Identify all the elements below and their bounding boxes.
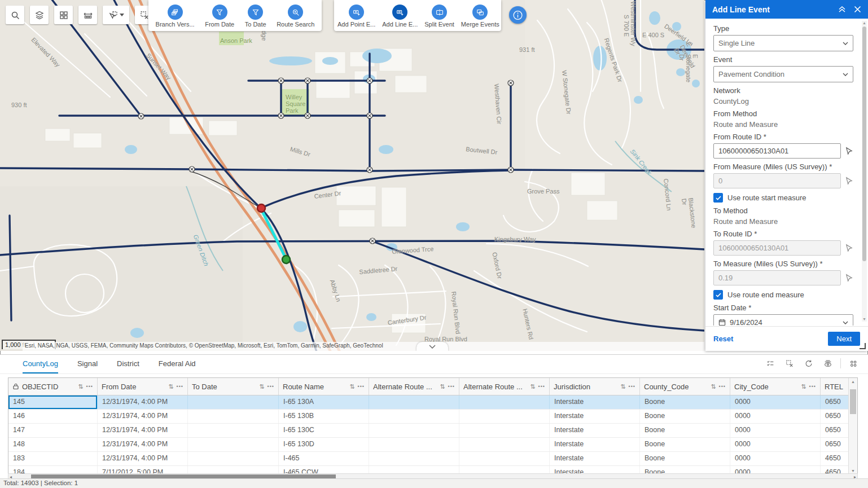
table-row[interactable]: 14512/31/1974, 4:00 PMI-65 130AInterstat… [8, 395, 857, 410]
basemap-gallery-button[interactable] [54, 6, 73, 24]
column-header[interactable]: Alternate Route ...⇅••• [369, 378, 459, 395]
column-header[interactable]: From Date⇅••• [98, 378, 188, 395]
scrollbar-thumb[interactable] [862, 27, 866, 261]
column-menu-icon[interactable]: ••• [629, 384, 635, 389]
table-row[interactable]: 14612/31/1974, 4:00 PMI-65 130BInterstat… [8, 410, 857, 424]
column-header[interactable]: Jurisdiction⇅••• [550, 378, 640, 395]
branch-versions-button[interactable]: Branch Vers... [152, 2, 198, 29]
route-search-button[interactable]: Route Search [273, 2, 318, 29]
panel-resize-handle[interactable] [860, 343, 866, 349]
refresh-button[interactable] [801, 356, 817, 371]
next-button[interactable]: Next [828, 332, 860, 346]
table-cell[interactable]: 12/31/1974, 4:00 PM [98, 452, 188, 465]
table-row[interactable]: 18312/31/1974, 4:00 PMI-465InterstateBoo… [8, 452, 857, 466]
table-row[interactable]: 14712/31/1974, 4:00 PMI-65 130CInterstat… [8, 424, 857, 438]
table-cell[interactable]: 12/31/1974, 4:00 PM [98, 395, 188, 409]
scroll-down-arrow-icon[interactable]: ▼ [862, 317, 867, 322]
select-tool-button[interactable] [103, 6, 129, 24]
column-header[interactable]: To Date⇅••• [188, 378, 279, 395]
fields-grid-button[interactable] [845, 356, 861, 371]
tab-federal-aid[interactable]: Federal Aid [159, 355, 196, 373]
table-cell[interactable] [369, 438, 459, 451]
table-cell[interactable] [188, 424, 279, 437]
column-header[interactable]: OBJECTID⇅••• [8, 378, 98, 395]
table-cell[interactable]: 183 [8, 452, 98, 465]
table-cell[interactable] [369, 452, 459, 465]
to-date-button[interactable]: To Date [242, 2, 270, 29]
sort-icon[interactable]: ⇅ [349, 383, 354, 390]
search-button[interactable] [6, 6, 24, 24]
table-cell[interactable] [188, 410, 279, 423]
table-cell[interactable]: 0000 [730, 424, 821, 437]
table-cell[interactable]: Boone [640, 438, 730, 451]
table-cell[interactable]: 0000 [730, 410, 821, 423]
layers-button[interactable] [30, 6, 49, 24]
info-button[interactable] [509, 6, 527, 24]
scrollbar-thumb[interactable] [850, 389, 856, 414]
table-cell[interactable]: 0000 [730, 452, 821, 465]
sort-icon[interactable]: ⇅ [259, 383, 264, 390]
table-cell[interactable] [369, 395, 459, 409]
table-cell[interactable] [459, 410, 550, 423]
table-cell[interactable]: Interstate [550, 424, 640, 437]
use-route-start-measure-checkbox[interactable]: Use route start measure [713, 193, 853, 203]
column-header[interactable]: Alternate Route ...⇅••• [459, 378, 550, 395]
to-measure-input[interactable]: 0.19 [713, 270, 841, 285]
use-route-end-measure-checkbox[interactable]: Use route end measure [713, 290, 853, 300]
clear-table-selection-button[interactable] [782, 356, 797, 371]
table-cell[interactable] [188, 452, 279, 465]
column-menu-icon[interactable]: ••• [86, 384, 93, 389]
table-cell[interactable]: Boone [640, 424, 730, 437]
panel-scrollbar[interactable]: ▲ ▼ [862, 21, 867, 322]
table-cell[interactable] [369, 410, 459, 423]
pick-from-route-on-map-button[interactable] [845, 147, 853, 155]
from-route-id-input[interactable]: 10600000650130A01 [713, 143, 841, 159]
measure-button[interactable] [78, 6, 97, 24]
column-menu-icon[interactable]: ••• [538, 384, 545, 389]
column-menu-icon[interactable]: ••• [268, 384, 274, 389]
table-cell[interactable]: 12/31/1974, 4:00 PM [98, 424, 188, 437]
merge-events-button[interactable]: Merge Events [458, 2, 503, 29]
add-line-event-button[interactable]: Add Line E... [379, 2, 421, 29]
table-cell[interactable] [369, 424, 459, 437]
table-cell[interactable]: 146 [8, 410, 98, 423]
column-menu-icon[interactable]: ••• [448, 384, 455, 389]
table-cell[interactable] [459, 395, 550, 409]
from-date-button[interactable]: From Date [201, 2, 238, 29]
close-panel-button[interactable] [854, 6, 861, 13]
column-menu-icon[interactable]: ••• [719, 384, 726, 389]
reset-button[interactable]: Reset [713, 335, 733, 343]
to-route-id-input[interactable]: 10600000650130A01 [713, 240, 841, 256]
scroll-down-arrow-icon[interactable]: ▼ [849, 468, 857, 473]
scroll-up-arrow-icon[interactable]: ▲ [862, 21, 867, 25]
sort-icon[interactable]: ⇅ [801, 383, 806, 390]
table-cell[interactable]: 148 [8, 438, 98, 451]
table-cell[interactable]: Boone [640, 410, 730, 423]
table-cell[interactable]: Interstate [550, 410, 640, 423]
table-cell[interactable]: 145 [8, 395, 98, 409]
add-point-event-button[interactable]: Add Point E... [334, 2, 379, 29]
sort-icon[interactable]: ⇅ [620, 383, 625, 390]
table-cell[interactable]: Boone [640, 452, 730, 465]
table-row[interactable]: 14812/31/1974, 4:00 PMI-65 130DInterstat… [8, 438, 857, 452]
table-cell[interactable]: I-65 130D [279, 438, 369, 451]
table-cell[interactable] [188, 395, 279, 409]
column-header[interactable]: City_Code⇅••• [730, 378, 821, 395]
sort-icon[interactable]: ⇅ [711, 383, 716, 390]
sort-icon[interactable]: ⇅ [78, 383, 83, 390]
sort-icon[interactable]: ⇅ [530, 383, 535, 390]
pick-from-measure-on-map-button[interactable] [845, 177, 853, 185]
tab-countylog[interactable]: CountyLog [23, 355, 58, 373]
table-cell[interactable] [459, 438, 550, 451]
table-cell[interactable]: 12/31/1974, 4:00 PM [98, 438, 188, 451]
table-cell[interactable] [459, 452, 550, 465]
show-selected-records-button[interactable] [762, 356, 778, 371]
select-dropdown-caret-icon[interactable] [120, 14, 124, 16]
from-measure-input[interactable]: 0 [713, 173, 841, 188]
column-menu-icon[interactable]: ••• [809, 384, 816, 389]
table-cell[interactable]: I-65 130A [279, 395, 369, 409]
split-event-button[interactable]: Split Event [421, 2, 458, 29]
table-cell[interactable]: 147 [8, 424, 98, 437]
pick-to-measure-on-map-button[interactable] [845, 274, 853, 282]
map-canvas[interactable]: Elevated WaySunset WayAnson ParkAldridge… [0, 0, 704, 351]
